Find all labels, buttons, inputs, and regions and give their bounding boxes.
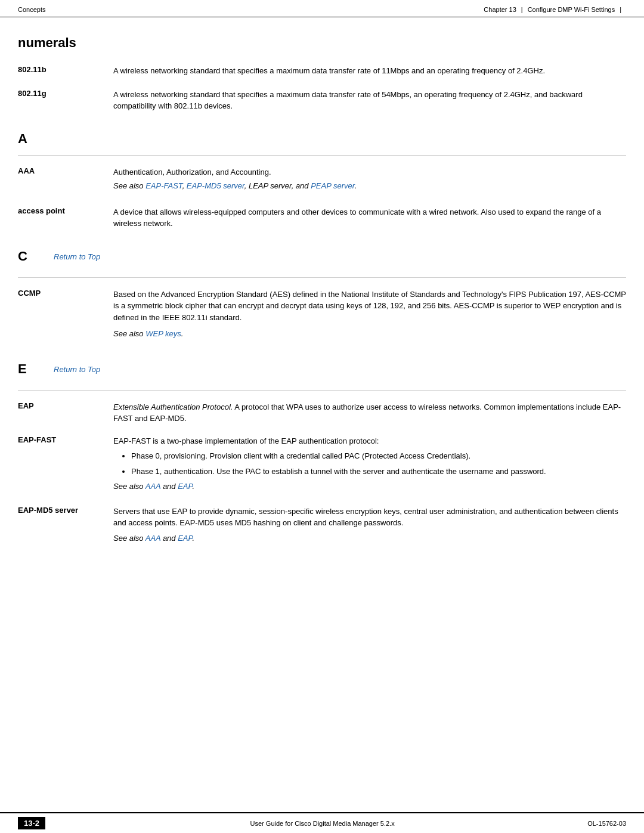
- term-aaa: AAA: [18, 164, 113, 197]
- link-eap-from-eap-fast[interactable]: EAP: [178, 482, 192, 491]
- section-e-table: EAP Extensible Authentication Protocol. …: [18, 399, 626, 549]
- link-aaa-from-eap-fast[interactable]: AAA: [145, 482, 161, 491]
- link-eap-md5[interactable]: EAP-MD5 server: [187, 181, 244, 190]
- term-eap: EAP: [18, 399, 113, 427]
- term-802-11g: 802.11g: [18, 86, 113, 114]
- table-row: [18, 427, 626, 433]
- page-header: Concepts Chapter 13 | Configure DMP Wi-F…: [0, 0, 644, 17]
- desc-ccmp: Based on the Advanced Encryption Standar…: [113, 286, 626, 345]
- numerals-heading: numerals: [18, 35, 626, 51]
- link-eap-from-eap-md5[interactable]: EAP: [178, 534, 192, 543]
- header-separator: |: [521, 6, 523, 13]
- table-row: EAP-MD5 server Servers that use EAP to p…: [18, 503, 626, 549]
- table-row: [18, 497, 626, 503]
- chapter-label: Chapter 13: [484, 6, 516, 13]
- link-wep-keys[interactable]: WEP keys: [145, 329, 181, 338]
- table-row: [18, 79, 626, 86]
- section-a: A AAA Authentication, Authorization, and…: [18, 131, 626, 232]
- section-c-table: CCMP Based on the Advanced Encryption St…: [18, 286, 626, 345]
- divider-e: [18, 390, 626, 391]
- eap-fast-bullets: Phase 0, provisioning. Provision client …: [131, 450, 626, 477]
- section-e: E Return to Top EAP Extensible Authentic…: [18, 361, 626, 549]
- section-a-table: AAA Authentication, Authorization, and A…: [18, 164, 626, 232]
- table-row: CCMP Based on the Advanced Encryption St…: [18, 286, 626, 345]
- main-content: numerals 802.11b A wireless networking s…: [0, 17, 644, 602]
- footer-title: User Guide for Cisco Digital Media Manag…: [57, 820, 587, 827]
- divider-c: [18, 277, 626, 278]
- link-aaa-from-eap-md5[interactable]: AAA: [145, 534, 161, 543]
- return-to-top-e: Return to Top: [54, 365, 626, 374]
- table-row: EAP Extensible Authentication Protocol. …: [18, 399, 626, 427]
- desc-802-11b: A wireless networking standard that spec…: [113, 63, 626, 79]
- numerals-table: 802.11b A wireless networking standard t…: [18, 63, 626, 114]
- desc-access-point: A device that allows wireless-equipped c…: [113, 204, 626, 232]
- term-eap-md5: EAP-MD5 server: [18, 503, 113, 549]
- page-number: 13-2: [18, 817, 45, 829]
- list-item: Phase 1, authentication. Use the PAC to …: [131, 466, 626, 478]
- list-item: Phase 0, provisioning. Provision client …: [131, 450, 626, 462]
- section-e-header-row: E Return to Top: [18, 361, 626, 382]
- desc-aaa: Authentication, Authorization, and Accou…: [113, 164, 626, 197]
- table-row: [18, 197, 626, 204]
- return-to-top-c: Return to Top: [54, 252, 626, 261]
- return-to-top-link-c[interactable]: Return to Top: [54, 252, 100, 261]
- footer-doc-num: OL-15762-03: [587, 820, 626, 827]
- link-peap[interactable]: PEAP server: [311, 181, 354, 190]
- table-row: 802.11g A wireless networking standard t…: [18, 86, 626, 114]
- term-802-11b: 802.11b: [18, 63, 113, 79]
- letter-e: E: [18, 361, 54, 377]
- divider-a: [18, 155, 626, 156]
- desc-eap-fast: EAP-FAST is a two-phase implementation o…: [113, 433, 626, 497]
- header-title: Configure DMP Wi-Fi Settings: [528, 6, 615, 13]
- breadcrumb: Concepts: [18, 6, 45, 13]
- letter-c: C: [18, 249, 54, 264]
- table-row: 802.11b A wireless networking standard t…: [18, 63, 626, 79]
- return-to-top-link-e[interactable]: Return to Top: [54, 365, 100, 374]
- term-access-point: access point: [18, 204, 113, 232]
- term-eap-fast: EAP-FAST: [18, 433, 113, 497]
- term-ccmp: CCMP: [18, 286, 113, 345]
- letter-a: A: [18, 131, 626, 147]
- table-row: AAA Authentication, Authorization, and A…: [18, 164, 626, 197]
- page-footer: 13-2 User Guide for Cisco Digital Media …: [0, 812, 644, 833]
- link-eap-fast[interactable]: EAP-FAST: [145, 181, 182, 190]
- desc-eap: Extensible Authentication Protocol. A pr…: [113, 399, 626, 427]
- section-c: C Return to Top CCMP Based on the Advanc…: [18, 249, 626, 345]
- section-c-header-row: C Return to Top: [18, 249, 626, 269]
- table-row: access point A device that allows wirele…: [18, 204, 626, 232]
- desc-802-11g: A wireless networking standard that spec…: [113, 86, 626, 114]
- table-row: EAP-FAST EAP-FAST is a two-phase impleme…: [18, 433, 626, 497]
- header-sep2: |: [620, 6, 621, 13]
- desc-eap-md5: Servers that use EAP to provide dynamic,…: [113, 503, 626, 549]
